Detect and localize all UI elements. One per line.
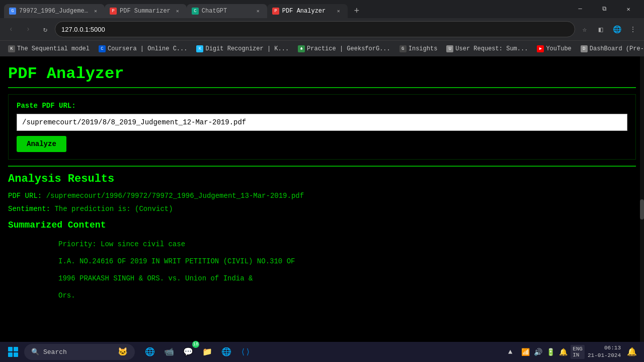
bookmark-insights-favicon: G xyxy=(399,45,407,52)
taskbar-time-display: 06:13 xyxy=(588,344,621,352)
taskbar-vscode-app[interactable]: ⟨⟩ xyxy=(236,343,255,361)
bookmark-digit[interactable]: K Digit Recognizer | K... xyxy=(192,44,293,54)
minimize-button[interactable]: ─ xyxy=(569,0,592,18)
scrollbar[interactable] xyxy=(640,56,644,342)
taskbar-search-text: Search xyxy=(43,348,67,356)
window-controls: ─ ⧉ ✕ xyxy=(569,0,640,18)
tab-3[interactable]: C ChatGPT ✕ xyxy=(187,4,267,18)
notification-center-button[interactable]: 🔔 xyxy=(624,344,640,360)
sentiment-line: Sentiment: The prediction is: (Convict) xyxy=(8,203,636,214)
bookmark-youtube[interactable]: ▶ YouTube xyxy=(533,44,575,54)
tab-3-title: ChatGPT xyxy=(202,8,227,15)
taskbar-right: ▲ 📶 🔊 🔋 🔔 ENGIN 06:13 21-01-2024 🔔 xyxy=(502,344,640,360)
tab-2[interactable]: P PDF Summarizer ✕ xyxy=(105,4,187,18)
sidebar-icon[interactable]: ◧ xyxy=(594,22,608,36)
scrollbar-thumb[interactable] xyxy=(640,199,644,220)
tab-2-close[interactable]: ✕ xyxy=(174,7,182,15)
taskbar: 🔍 Search 🐱 🌐 📹 💬 18 📁 🌐 ⟨⟩ ▲ 📶 🔊 xyxy=(0,342,644,362)
taskbar-chrome-app[interactable]: 🌐 xyxy=(217,343,235,361)
maximize-button[interactable]: ⧉ xyxy=(593,0,616,18)
bookmark-star-icon[interactable]: ☆ xyxy=(578,22,592,36)
green-divider-2 xyxy=(8,166,636,167)
whatsapp-icon: 💬 xyxy=(183,347,193,357)
bookmark-user-request-label: User Request: Sum... xyxy=(455,45,528,52)
summary-line-4: Ors. xyxy=(58,288,636,303)
taskbar-search[interactable]: 🔍 Search 🐱 xyxy=(24,344,135,360)
summary-line-2: I.A. NO.24616 OF 2019 IN WRIT PETITION (… xyxy=(58,254,636,268)
bookmark-dashboard-label: DashBoard (Pre-Reg... xyxy=(590,45,644,52)
bookmark-dashboard[interactable]: D DashBoard (Pre-Reg... xyxy=(577,44,644,54)
tab-1-close[interactable]: ✕ xyxy=(92,7,100,15)
bookmark-dashboard-favicon: D xyxy=(581,45,588,52)
url-label: Paste PDF URL: xyxy=(17,102,627,110)
back-button[interactable]: ‹ xyxy=(4,22,18,36)
whatsapp-badge-count: 18 xyxy=(192,341,199,348)
notification-icon: 🔔 xyxy=(627,347,637,357)
bookmark-user-request-favicon: U xyxy=(446,45,453,52)
results-section: Analysis Results PDF URL: /supremecourt/… xyxy=(8,173,636,303)
close-button[interactable]: ✕ xyxy=(617,0,640,18)
summary-content: Priority: Low since civil case I.A. NO.2… xyxy=(8,237,636,303)
url-input[interactable] xyxy=(17,114,627,131)
bookmark-sequential-label: The Sequential model xyxy=(17,45,90,52)
network-icon[interactable]: 📶 xyxy=(521,348,530,356)
tab-3-close[interactable]: ✕ xyxy=(254,7,262,15)
bookmark-coursera-favicon: C xyxy=(99,45,106,52)
taskbar-notification-expand[interactable]: ▲ xyxy=(502,344,518,360)
profile-icon[interactable]: 🌐 xyxy=(610,22,624,36)
tab-3-favicon: C xyxy=(192,8,199,15)
bookmark-coursera[interactable]: C Coursera | Online C... xyxy=(95,44,191,54)
sentiment-value: The prediction is: (Convict) xyxy=(54,205,173,213)
taskbar-meet-app[interactable]: 📹 xyxy=(160,343,178,361)
bookmark-geeksfor[interactable]: ♣ Practice | GeeksforG... xyxy=(294,44,394,54)
address-bar: ‹ › ↻ ☆ ◧ 🌐 ⋮ xyxy=(0,18,644,40)
page-title: PDF Analyzer xyxy=(8,64,636,83)
taskbar-files-app[interactable]: 📁 xyxy=(198,343,216,361)
bookmark-insights[interactable]: G Insights xyxy=(395,44,442,54)
pdf-url-line: PDF URL: /supremecourt/1996/79972/79972_… xyxy=(8,190,636,201)
titlebar: G 79972_1996_Judgement_13-M... ✕ P PDF S… xyxy=(0,0,644,18)
tab-4-title: PDF Analyzer xyxy=(282,8,326,15)
reload-button[interactable]: ↻ xyxy=(38,22,52,36)
new-tab-button[interactable]: + xyxy=(350,4,364,18)
bookmark-geeksfor-favicon: ♣ xyxy=(298,45,305,52)
input-section: Paste PDF URL: Analyze xyxy=(8,94,636,160)
taskbar-tray-icons: 📶 🔊 🔋 🔔 xyxy=(521,348,568,356)
taskbar-apps: 🌐 📹 💬 18 📁 🌐 ⟨⟩ xyxy=(141,343,255,361)
taskbar-clock[interactable]: 06:13 21-01-2024 xyxy=(588,344,621,360)
tab-2-title: PDF Summarizer xyxy=(120,8,171,15)
tab-1[interactable]: G 79972_1996_Judgement_13-M... ✕ xyxy=(4,4,105,18)
windows-logo xyxy=(8,347,18,357)
bookmark-user-request[interactable]: U User Request: Sum... xyxy=(442,44,532,54)
battery-icon[interactable]: 🔋 xyxy=(546,348,555,356)
bookmark-coursera-label: Coursera | Online C... xyxy=(108,45,187,52)
bookmark-sequential[interactable]: K The Sequential model xyxy=(4,44,94,54)
notification-bell-icon[interactable]: 🔔 xyxy=(559,348,568,356)
summary-line-1: Priority: Low since civil case xyxy=(58,237,636,251)
start-button[interactable] xyxy=(4,343,22,361)
chrome-icon: 🌐 xyxy=(221,347,231,357)
pdf-url-key: PDF URL: xyxy=(8,192,42,200)
taskbar-edge-app[interactable]: 🌐 xyxy=(141,343,159,361)
bookmark-youtube-label: YouTube xyxy=(546,45,571,52)
tab-4-close[interactable]: ✕ xyxy=(335,7,343,15)
bookmark-digit-label: Digit Recognizer | K... xyxy=(205,45,289,52)
extensions-icon[interactable]: ⋮ xyxy=(626,22,640,36)
bookmarks-bar: K The Sequential model C Coursera | Onli… xyxy=(0,40,644,56)
bookmark-sequential-favicon: K xyxy=(8,45,15,52)
tab-4-favicon: P xyxy=(272,8,279,15)
address-input[interactable] xyxy=(55,22,575,37)
tab-2-favicon: P xyxy=(110,8,117,15)
address-icons: ☆ ◧ 🌐 ⋮ xyxy=(578,22,640,36)
taskbar-whatsapp-app[interactable]: 💬 18 xyxy=(179,343,197,361)
language-indicator[interactable]: ENGIN xyxy=(571,345,585,359)
analyze-button[interactable]: Analyze xyxy=(17,136,66,152)
tab-4[interactable]: P PDF Analyzer ✕ xyxy=(267,4,348,18)
green-divider-1 xyxy=(8,87,636,88)
expand-icon: ▲ xyxy=(508,348,512,356)
volume-icon[interactable]: 🔊 xyxy=(534,348,542,356)
summary-line-3: 1996 PRAKASH SINGH & ORS. vs. Union of I… xyxy=(58,271,636,285)
files-icon: 📁 xyxy=(202,347,212,357)
bookmark-youtube-favicon: ▶ xyxy=(537,45,544,52)
forward-button[interactable]: › xyxy=(21,22,35,36)
